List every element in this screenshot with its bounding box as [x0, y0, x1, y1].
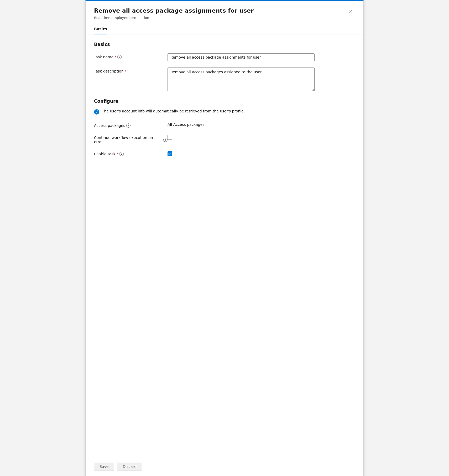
task-name-row: Task name * i: [94, 53, 355, 61]
continue-workflow-row: Continue workflow execution on error i: [94, 134, 355, 144]
enable-task-info-icon[interactable]: i: [119, 152, 124, 156]
task-name-required: *: [114, 55, 116, 59]
tab-basics[interactable]: Basics: [94, 24, 107, 34]
task-description-required: *: [125, 69, 127, 73]
continue-workflow-control: [168, 134, 355, 140]
continue-workflow-checkbox[interactable]: [168, 135, 172, 140]
access-packages-info-icon[interactable]: i: [126, 123, 130, 128]
basics-section-title: Basics: [94, 42, 355, 47]
info-circle-icon: i: [94, 109, 99, 115]
dialog-panel: Remove all access package assignments fo…: [85, 0, 364, 476]
task-description-row: Task description * Remove all access pac…: [94, 68, 355, 92]
configure-section: Configure i The user's account info will…: [94, 99, 355, 156]
save-button[interactable]: Save: [94, 463, 114, 470]
configure-section-title: Configure: [94, 99, 355, 104]
task-name-input[interactable]: [168, 53, 315, 61]
task-description-input[interactable]: Remove all access packages assigned to t…: [168, 68, 315, 91]
info-banner: i The user's account info will automatic…: [94, 109, 355, 115]
continue-workflow-label: Continue workflow execution on error i: [94, 134, 168, 144]
tabs-bar: Basics: [86, 24, 363, 34]
access-packages-row: Access packages i All Access packages: [94, 122, 355, 128]
dialog-subtitle: Real-time employee termination: [94, 16, 254, 20]
task-name-label: Task name * i: [94, 53, 168, 59]
task-description-control: Remove all access packages assigned to t…: [168, 68, 355, 92]
dialog-footer: Save Discard: [86, 457, 363, 476]
task-name-control: [168, 53, 355, 61]
close-button[interactable]: ×: [347, 7, 355, 15]
discard-button[interactable]: Discard: [117, 463, 142, 470]
enable-task-label: Enable task * i: [94, 150, 168, 156]
info-banner-text: The user's account info will automatical…: [102, 109, 245, 113]
access-packages-label: Access packages i: [94, 122, 168, 128]
access-packages-value: All Access packages: [168, 122, 355, 127]
enable-task-required: *: [117, 152, 118, 156]
title-group: Remove all access package assignments fo…: [94, 7, 254, 20]
continue-workflow-info-icon[interactable]: i: [163, 138, 168, 142]
enable-task-row: Enable task * i: [94, 150, 355, 156]
dialog-body: Basics Task name * i Task description * …: [86, 34, 363, 457]
dialog-header: Remove all access package assignments fo…: [86, 1, 363, 24]
task-description-label: Task description *: [94, 68, 168, 73]
enable-task-control: [168, 150, 355, 156]
dialog-title: Remove all access package assignments fo…: [94, 7, 254, 15]
task-name-info-icon[interactable]: i: [117, 55, 122, 59]
enable-task-checkbox[interactable]: [168, 151, 172, 156]
